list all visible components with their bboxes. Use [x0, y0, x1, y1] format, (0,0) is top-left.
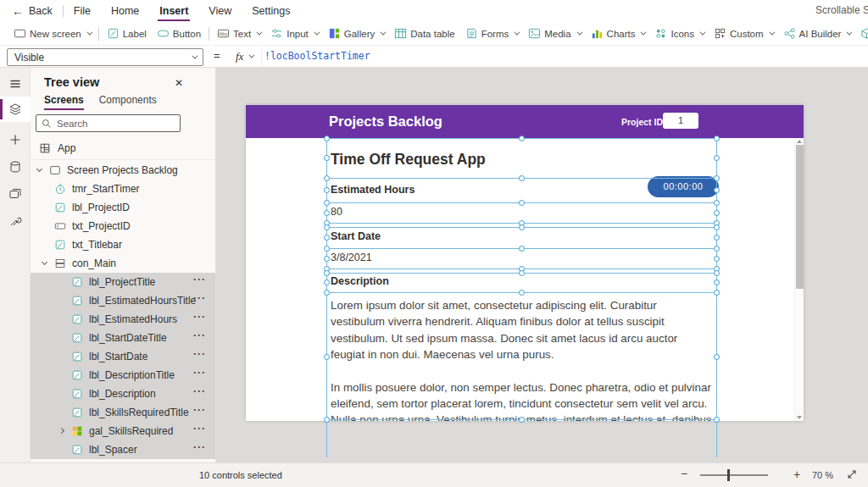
tree-item-lbl_ProjectID[interactable]: lbl_ProjectID: [31, 198, 216, 217]
tree-item-lbl_StartDate[interactable]: lbl_StartDate···: [31, 347, 216, 366]
screen-title-label[interactable]: Projects Backlog: [329, 113, 442, 130]
tree-item-gal_SkillsRequired[interactable]: gal_SkillsRequired···: [31, 422, 216, 440]
estimated-hours-title-label[interactable]: Estimated Hours: [331, 184, 415, 196]
tree-item-app[interactable]: App: [31, 139, 216, 158]
zoom-in-button[interactable]: +: [793, 468, 800, 481]
menu-item-view[interactable]: View: [198, 2, 242, 20]
selection-handle[interactable]: [714, 270, 720, 276]
canvas-scrollbar[interactable]: [794, 138, 804, 421]
menu-item-insert[interactable]: Insert: [149, 2, 198, 20]
ribbon-item-gallery[interactable]: Gallery: [323, 24, 389, 44]
tree-item-tmr_StartTimer[interactable]: tmr_StartTimer: [31, 180, 216, 198]
estimated-hours-value-label[interactable]: 80: [331, 206, 342, 218]
selection-handle[interactable]: [714, 187, 720, 193]
ribbon-item-icons[interactable]: Icons: [649, 24, 709, 44]
selection-handle[interactable]: [324, 270, 330, 276]
rail-hamburger-menu[interactable]: [0, 71, 31, 97]
search-input[interactable]: [57, 119, 175, 129]
formula-input[interactable]: !locBoolStartTimer: [264, 50, 370, 62]
more-options-icon[interactable]: ···: [193, 423, 206, 434]
more-options-icon[interactable]: ···: [193, 311, 206, 323]
selection-handle[interactable]: [324, 210, 330, 216]
tree-item-lbl_Description[interactable]: lbl_Description···: [31, 385, 216, 403]
selection-handle[interactable]: [324, 290, 330, 296]
rail-media[interactable]: [0, 181, 31, 207]
selection-handle[interactable]: [324, 256, 330, 262]
selection-handle[interactable]: [519, 246, 525, 252]
scroll-down-icon[interactable]: [797, 416, 802, 419]
selection-handle[interactable]: [714, 279, 720, 285]
tree-item-con_Main[interactable]: con_Main: [31, 254, 216, 273]
more-options-icon[interactable]: ···: [193, 274, 206, 285]
description-title-label[interactable]: Description: [331, 275, 389, 287]
zoom-slider-handle[interactable]: [727, 469, 730, 481]
selection-handle[interactable]: [714, 354, 720, 360]
selection-handle[interactable]: [324, 235, 330, 241]
selection-handle[interactable]: [519, 290, 525, 296]
selection-handle[interactable]: [519, 417, 525, 423]
ribbon-item-text[interactable]: AbcText: [212, 24, 265, 44]
selection-handle[interactable]: [519, 270, 525, 276]
selection-handle[interactable]: [324, 246, 330, 252]
tree-item-lbl_EstimatedHoursTitle[interactable]: lbl_EstimatedHoursTitle···: [31, 291, 216, 310]
selection-handle[interactable]: [324, 354, 330, 360]
ribbon-item-media[interactable]: Media: [523, 24, 585, 44]
selection-handle[interactable]: [519, 224, 525, 230]
ribbon-item-ai[interactable]: AI Builder: [778, 24, 856, 44]
more-options-icon[interactable]: ···: [193, 404, 206, 416]
screen-titlebar[interactable]: Projects Backlog Project ID 1: [246, 105, 804, 138]
tree-item-lbl_SkillsRequiredTitle[interactable]: lbl_SkillsRequiredTitle···: [31, 403, 216, 422]
chevron-down-icon[interactable]: [37, 166, 46, 174]
fx-button[interactable]: fx: [227, 46, 262, 67]
selection-handle[interactable]: [714, 417, 720, 423]
ribbon-item-button[interactable]: Button: [152, 24, 206, 44]
chevron-right-icon[interactable]: [59, 427, 68, 435]
close-icon[interactable]: ✕: [170, 74, 188, 92]
scroll-up-icon[interactable]: [797, 140, 802, 143]
ribbon-item-forms[interactable]: Forms: [460, 24, 524, 44]
rail-advanced-tools[interactable]: [0, 208, 31, 234]
selection-handle[interactable]: [324, 155, 330, 161]
tab-components[interactable]: Components: [99, 94, 157, 110]
rail-tree-view[interactable]: [0, 97, 31, 122]
selection-handle[interactable]: [714, 175, 720, 181]
tree-item-lbl_EstimatedHours[interactable]: lbl_EstimatedHours···: [31, 310, 216, 329]
ribbon-item-table[interactable]: Data table: [389, 24, 459, 44]
selection-handle[interactable]: [519, 175, 525, 181]
selection-handle[interactable]: [324, 136, 330, 141]
project-id-input[interactable]: 1: [663, 113, 698, 129]
ribbon-item-input[interactable]: Input: [265, 24, 323, 44]
description-text-label[interactable]: Lorem ipsum dolor sit amet, consectetur …: [331, 297, 714, 421]
ribbon-item-charts[interactable]: Charts: [586, 24, 650, 44]
start-date-value-label[interactable]: 3/8/2021: [331, 252, 372, 263]
tree-item-txt_ProjectID[interactable]: txt_ProjectID: [31, 217, 216, 235]
more-options-icon[interactable]: ···: [193, 441, 206, 453]
tree-item-lbl_Spacer[interactable]: lbl_Spacer···: [31, 440, 216, 459]
tree-item-screen[interactable]: Screen Projects Backlog: [31, 161, 216, 180]
start-date-title-label[interactable]: Start Date: [331, 230, 381, 242]
menu-item-home[interactable]: Home: [101, 2, 149, 20]
selection-handle[interactable]: [714, 200, 720, 206]
rail-data-sources[interactable]: [0, 154, 31, 180]
selection-handle[interactable]: [714, 210, 720, 216]
ribbon-item-custom[interactable]: Custom: [709, 24, 778, 44]
selection-handle[interactable]: [324, 224, 330, 230]
menu-item-settings[interactable]: Settings: [242, 2, 300, 20]
timer-control[interactable]: 00:00:00: [648, 176, 719, 197]
more-options-icon[interactable]: ···: [193, 329, 206, 341]
selection-handle[interactable]: [714, 136, 720, 141]
fit-to-window-icon[interactable]: [846, 468, 858, 482]
selection-handle[interactable]: [324, 417, 330, 423]
zoom-out-button[interactable]: −: [681, 467, 687, 480]
selection-handle[interactable]: [714, 235, 720, 241]
menu-item-file[interactable]: File: [64, 2, 101, 20]
scrollbar-thumb[interactable]: [796, 145, 804, 289]
tree-item-lbl_DescriptionTitle[interactable]: lbl_DescriptionTitle···: [31, 366, 216, 385]
more-options-icon[interactable]: ···: [193, 367, 206, 379]
back-button[interactable]: ← Back: [0, 4, 63, 18]
selection-handle[interactable]: [519, 200, 525, 206]
rail-insert-plus[interactable]: [0, 127, 31, 152]
more-options-icon[interactable]: ···: [193, 385, 206, 397]
zoom-slider-track[interactable]: [700, 474, 768, 476]
selection-handle[interactable]: [519, 136, 525, 141]
